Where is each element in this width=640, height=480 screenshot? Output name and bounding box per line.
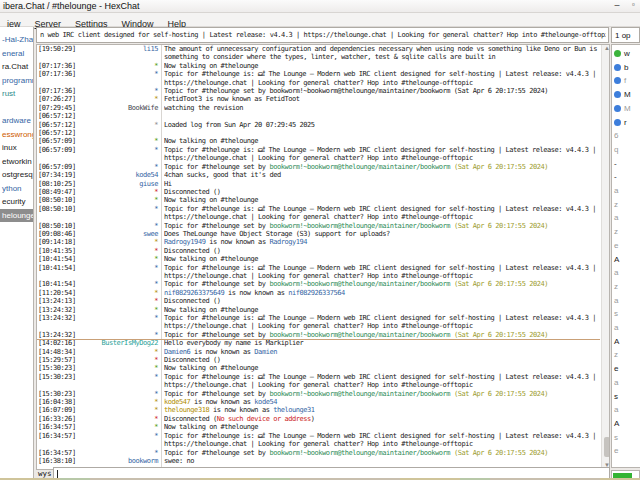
user-list-item[interactable]: s bbox=[614, 307, 618, 321]
chat-log[interactable]: [19:50:29]li15The amount of unnecessary … bbox=[36, 44, 610, 470]
channel-tree: -Hal-Zhaeneralra.Chatprogrammrustardware… bbox=[0, 27, 34, 478]
user-nick: f bbox=[624, 76, 626, 85]
message-text: https://thelounge.chat | Looking for gen… bbox=[164, 154, 600, 162]
user-list[interactable]: wbfMMr6q--azazeAazasaAzeasaAse bbox=[611, 44, 640, 468]
channel-tab-etworkin[interactable]: etworkin bbox=[0, 155, 34, 168]
nick: * bbox=[37, 247, 158, 255]
chat-line: [09:14:18]*Radrogy1949 is now known as R… bbox=[37, 238, 609, 246]
user-list-item[interactable]: a bbox=[614, 376, 618, 390]
channel-tab-ython[interactable]: ython bbox=[0, 182, 34, 195]
maximize-button[interactable]: ▫ bbox=[632, 0, 640, 12]
user-list-item[interactable]: f bbox=[614, 74, 626, 88]
user-list-item[interactable]: e bbox=[614, 444, 618, 458]
title-bar: ibera.Chat / #thelounge - HexChat – ▫ bbox=[0, 0, 640, 13]
channel-tab-eneral[interactable]: eneral bbox=[0, 47, 34, 60]
user-list-item[interactable]: z bbox=[614, 348, 618, 362]
chat-line: [15:30:23]*Topic for #thelounge set by b… bbox=[37, 390, 609, 398]
user-list-item[interactable]: a bbox=[614, 321, 618, 335]
nick: kode54 bbox=[37, 171, 158, 179]
user-list-item[interactable]: M bbox=[614, 88, 631, 102]
channel-tab-ostgresq[interactable]: ostgresq bbox=[0, 168, 34, 181]
message-text: Does TheLounge have Object Storage (S3) … bbox=[164, 230, 600, 238]
channel-tab-ecurity[interactable]: ecurity bbox=[0, 195, 34, 208]
message-text: https://thelounge.chat | Looking for gen… bbox=[164, 381, 600, 389]
message-text: https://thelounge.chat | Looking for gen… bbox=[164, 79, 600, 87]
channel-tab-ra.Chat[interactable]: ra.Chat bbox=[0, 60, 34, 73]
user-list-item[interactable]: e bbox=[614, 362, 618, 376]
user-list-item[interactable]: 6 bbox=[614, 129, 618, 143]
user-list-item[interactable]: w bbox=[614, 47, 630, 61]
user-list-item[interactable]: z bbox=[614, 280, 618, 294]
message-text: Topic for #thelounge is: 🛋 The Lounge — … bbox=[164, 70, 600, 78]
topic-bar[interactable]: n web IRC client designed for self-hosti… bbox=[36, 27, 609, 43]
user-list-item[interactable]: M bbox=[614, 102, 631, 116]
channel-tab-programm[interactable]: programm bbox=[0, 74, 34, 87]
chat-line: [08:50:10]*Topic for #thelounge is: 🛋 Th… bbox=[37, 205, 609, 213]
message-text: Loaded log from Sun Apr 20 07:29:45 2025 bbox=[164, 121, 600, 129]
channel-tab-helounge[interactable]: helounge bbox=[0, 209, 34, 222]
nick: * bbox=[37, 398, 158, 406]
user-list-item[interactable]: a bbox=[614, 184, 618, 198]
chat-line: [06:57:12]*Loaded log from Sun Apr 20 07… bbox=[37, 121, 609, 129]
chat-scrollbar[interactable]: ▲ ▼ bbox=[601, 45, 610, 470]
user-list-item[interactable]: a bbox=[614, 294, 618, 308]
message-text: Topic for #thelounge set by bookworm!~bo… bbox=[164, 163, 600, 171]
chat-line: [16:33:26]*Disconnected (No such device … bbox=[37, 415, 609, 423]
chat-line: something to consider where the types, l… bbox=[37, 53, 609, 61]
nick: * bbox=[37, 415, 158, 423]
user-list-item[interactable]: A bbox=[614, 253, 619, 267]
message-text: Now talking on #thelounge bbox=[164, 196, 600, 204]
channel-tab-ardware[interactable]: ardware bbox=[0, 114, 34, 127]
message-text: Radrogy1949 is now known as Radrogy194 bbox=[164, 238, 600, 246]
nick: * bbox=[37, 390, 158, 398]
chat-line: [08:50:10]*Now talking on #thelounge bbox=[37, 196, 609, 204]
chat-line: [10:41:35]*Disconnected () bbox=[37, 247, 609, 255]
user-list-item[interactable]: A bbox=[614, 335, 619, 349]
nick: * bbox=[37, 297, 158, 305]
user-list-item[interactable]: q bbox=[614, 143, 618, 157]
chat-line: [16:34:57]*Topic for #thelounge is: 🛋 Th… bbox=[37, 432, 609, 440]
user-nick: b bbox=[624, 63, 628, 72]
channel-tab-esswrong[interactable]: esswrong bbox=[0, 128, 34, 141]
user-list-item[interactable]: - bbox=[614, 170, 617, 184]
chat-line: [16:34:57]*Topic for #thelounge set by b… bbox=[37, 449, 609, 457]
user-list-item[interactable]: r bbox=[614, 116, 627, 130]
message-text: https://thelounge.chat | Looking for gen… bbox=[164, 440, 600, 448]
minimize-button[interactable]: – bbox=[606, 0, 628, 12]
chat-scrollbar-thumb[interactable] bbox=[604, 437, 610, 457]
nick: BusterIsMyDog22 bbox=[37, 339, 158, 347]
user-nick: w bbox=[624, 49, 630, 58]
user-nick: e bbox=[614, 364, 618, 373]
channel-tab--Hal-Zha[interactable]: -Hal-Zha bbox=[0, 33, 34, 46]
chat-rows: [19:50:29]li15The amount of unnecessary … bbox=[37, 45, 609, 465]
chat-line: [14:48:34]*Damien6 is now known as Damie… bbox=[37, 348, 609, 356]
user-list-item[interactable]: b bbox=[614, 61, 628, 75]
message-text: something to consider where the types, l… bbox=[164, 53, 600, 61]
message-text: FetidToot3 is now known as FetidToot bbox=[164, 95, 600, 103]
nick: * bbox=[37, 348, 158, 356]
chat-line: [13:24:32]*Now talking on #thelounge bbox=[37, 306, 609, 314]
scroll-up-icon[interactable]: ▲ bbox=[603, 45, 610, 51]
message-text: Hello everybody my name is Markiplier bbox=[164, 339, 600, 347]
user-list-item[interactable]: - bbox=[614, 157, 617, 171]
voice-dot-icon bbox=[614, 64, 621, 71]
message-text: thelounge318 is now known as thelounge31 bbox=[164, 406, 600, 414]
channel-tab-inux[interactable]: inux bbox=[0, 141, 34, 154]
nick: * bbox=[37, 356, 158, 364]
user-list-item[interactable]: s bbox=[614, 431, 618, 445]
channel-tab-rust[interactable]: rust bbox=[0, 87, 34, 100]
user-list-item[interactable]: z bbox=[614, 198, 618, 212]
chat-line: [16:07:09]*thelounge318 is now known as … bbox=[37, 406, 609, 414]
user-count-box: 1 op bbox=[611, 27, 640, 43]
user-list-item[interactable]: a bbox=[614, 266, 618, 280]
user-list-item[interactable]: z bbox=[614, 225, 618, 239]
nick: * bbox=[37, 87, 158, 95]
user-list-item[interactable]: e bbox=[614, 239, 618, 253]
user-list-item[interactable]: a bbox=[614, 403, 618, 417]
chat-line: https://thelounge.chat | Looking for gen… bbox=[37, 440, 609, 448]
message-text: Topic for #thelounge is: 🛋 The Lounge — … bbox=[164, 314, 600, 322]
user-list-item[interactable]: A bbox=[614, 417, 619, 431]
user-list-item[interactable]: s bbox=[614, 390, 618, 404]
user-list-item[interactable]: a bbox=[614, 211, 618, 225]
message-text: Topic for #thelounge is: 🛋 The Lounge — … bbox=[164, 432, 600, 440]
